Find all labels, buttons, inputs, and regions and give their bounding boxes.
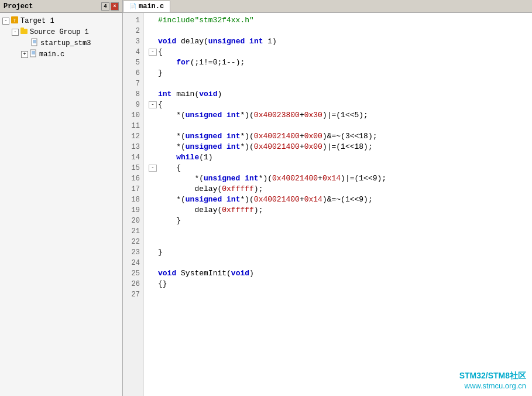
code-line-9: -{ [149, 100, 527, 110]
code-content-12: *(unsigned int*)(0x40021400+0x00)&=~(3<<… [158, 131, 377, 142]
code-content-9: { [158, 100, 163, 110]
code-line-16: *(unsigned int*)(0x40021400+0x14)|=(1<<9… [149, 173, 527, 184]
line-num-27: 27 [123, 289, 143, 300]
code-line-5: for(;i!=0;i--); [149, 57, 527, 68]
line-num-4: 4 [123, 47, 143, 57]
line-num-22: 22 [123, 237, 143, 247]
fold-marker-15[interactable]: - [149, 165, 157, 172]
code-line-19: delay(0xfffff); [149, 205, 527, 216]
line-num-2: 2 [123, 26, 143, 36]
line-num-21: 21 [123, 226, 143, 237]
line-num-13: 13 [123, 142, 143, 152]
code-line-4: -{ [149, 47, 527, 57]
tree-item-main_c[interactable]: +main.c [0, 49, 122, 60]
svg-rect-4 [32, 39, 37, 46]
code-line-24 [149, 258, 527, 268]
line-numbers: 1234567891011121314151617181920212223242… [123, 13, 144, 396]
code-line-20: } [149, 216, 527, 226]
code-line-26: {} [149, 279, 527, 289]
code-line-12: *(unsigned int*)(0x40021400+0x00)&=~(3<<… [149, 131, 527, 142]
code-content-4: { [158, 47, 163, 57]
line-num-11: 11 [123, 121, 143, 131]
line-num-1: 1 [123, 15, 143, 26]
code-line-8: int main(void) [149, 89, 527, 100]
tree-expander-sourcegroup1[interactable]: - [12, 29, 19, 36]
code-line-25: void SystemInit(void) [149, 268, 527, 279]
tree-label-startup_stm3: startup_stm3 [40, 39, 91, 47]
code-content-8: int main(void) [158, 89, 222, 100]
svg-rect-3 [20, 28, 24, 30]
code-line-3: void delay(unsigned int i) [149, 36, 527, 47]
tab-file-icon: 📄 [129, 3, 136, 10]
code-line-14: while(1) [149, 152, 527, 163]
code-content-10: *(unsigned int*)(0x40023800+0x30)|=(1<<5… [158, 110, 368, 121]
tree-file-icon-target1: T [11, 16, 19, 26]
line-num-20: 20 [123, 216, 143, 226]
tab-label: main.c [139, 2, 164, 11]
code-line-15: - { [149, 163, 527, 173]
project-header-buttons: 4 × [101, 2, 119, 11]
fold-marker-9[interactable]: - [149, 101, 157, 108]
line-num-12: 12 [123, 131, 143, 142]
tree-item-sourcegroup1[interactable]: -Source Group 1 [0, 26, 122, 37]
code-content-19: delay(0xfffff); [158, 205, 263, 216]
line-num-5: 5 [123, 57, 143, 68]
code-content-15: { [158, 163, 181, 173]
line-num-7: 7 [123, 78, 143, 89]
line-num-25: 25 [123, 268, 143, 279]
tree-file-icon-sourcegroup1 [20, 27, 28, 37]
line-num-8: 8 [123, 89, 143, 100]
line-num-17: 17 [123, 184, 143, 194]
line-num-18: 18 [123, 194, 143, 205]
code-line-10: *(unsigned int*)(0x40023800+0x30)|=(1<<5… [149, 110, 527, 121]
project-title: Project [4, 2, 33, 11]
line-num-19: 19 [123, 205, 143, 216]
code-content-20: } [158, 216, 181, 226]
code-line-23: } [149, 247, 527, 258]
line-num-3: 3 [123, 36, 143, 47]
tree-file-icon-startup_stm3 [30, 38, 39, 48]
code-content-16: *(unsigned int*)(0x40021400+0x14)|=(1<<9… [158, 173, 386, 184]
code-content-18: *(unsigned int*)(0x40021400+0x14)&=~(1<<… [158, 194, 373, 205]
editor-panel: 📄 main.c 1234567891011121314151617181920… [123, 0, 532, 396]
line-num-23: 23 [123, 247, 143, 258]
code-line-22 [149, 237, 527, 247]
code-content-5: for(;i!=0;i--); [158, 57, 245, 68]
tree-expander-target1[interactable]: - [2, 18, 9, 25]
code-lines[interactable]: #include"stm32f4xx.h"void delay(unsigned… [144, 13, 532, 396]
code-content-26: {} [158, 279, 167, 289]
line-num-6: 6 [123, 68, 143, 78]
line-num-14: 14 [123, 152, 143, 163]
code-line-1: #include"stm32f4xx.h" [149, 15, 527, 26]
line-num-9: 9 [123, 100, 143, 110]
project-tree: -TTarget 1-Source Group 1startup_stm3+ma… [0, 13, 122, 396]
code-area[interactable]: 1234567891011121314151617181920212223242… [123, 13, 532, 396]
project-panel: Project 4 × -TTarget 1-Source Group 1sta… [0, 0, 123, 396]
code-content-23: } [158, 247, 163, 258]
code-line-17: delay(0xfffff); [149, 184, 527, 194]
tree-item-startup_stm3[interactable]: startup_stm3 [0, 37, 122, 49]
tab-main-c[interactable]: 📄 main.c [123, 1, 170, 12]
code-content-3: void delay(unsigned int i) [158, 36, 277, 47]
tree-label-main_c: main.c [39, 50, 64, 59]
code-content-13: *(unsigned int*)(0x40021400+0x00)|=(1<<1… [158, 142, 373, 152]
code-content-1: #include"stm32f4xx.h" [158, 15, 254, 26]
tab-bar: 📄 main.c [123, 0, 532, 13]
code-line-2 [149, 26, 527, 36]
close-button[interactable]: × [111, 2, 119, 11]
code-line-6: } [149, 68, 527, 78]
code-line-11 [149, 121, 527, 131]
tree-item-target1[interactable]: -TTarget 1 [0, 15, 122, 26]
line-num-26: 26 [123, 279, 143, 289]
code-line-13: *(unsigned int*)(0x40021400+0x00)|=(1<<1… [149, 142, 527, 152]
code-content-17: delay(0xfffff); [158, 184, 263, 194]
code-line-27 [149, 289, 527, 300]
tree-expander-main_c[interactable]: + [21, 51, 28, 58]
code-content-14: while(1) [158, 152, 213, 163]
code-line-21 [149, 226, 527, 237]
svg-text:T: T [13, 18, 16, 23]
pin-button[interactable]: 4 [101, 2, 109, 11]
code-line-7 [149, 78, 527, 89]
code-content-25: void SystemInit(void) [158, 268, 254, 279]
fold-marker-4[interactable]: - [149, 49, 157, 56]
